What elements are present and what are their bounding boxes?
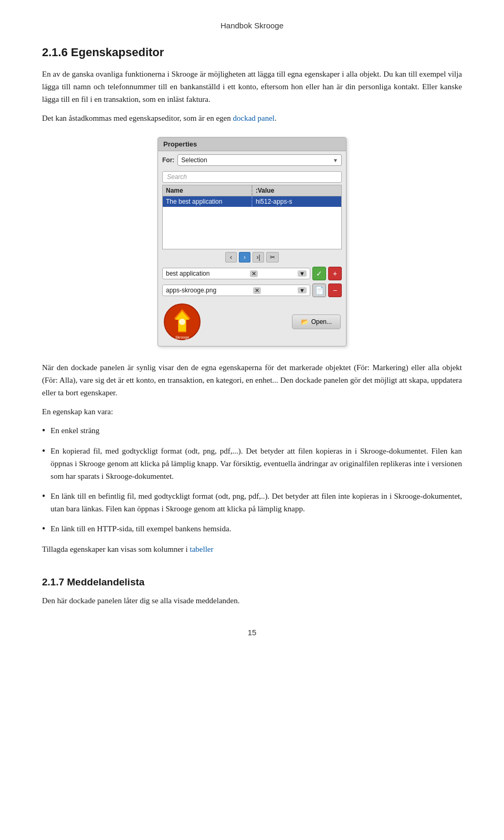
nav-next-btn[interactable]: ›: [239, 252, 250, 262]
section-2-1-6-para3: När den dockade panelen är synlig visar …: [42, 361, 462, 399]
open-button[interactable]: 📂 Open...: [292, 314, 341, 329]
list-item-4: En länk till en HTTP-sida, till exempel …: [42, 522, 462, 536]
panel-table-header: Name :Value: [163, 185, 341, 196]
section-2-1-6-heading: 2.1.6 Egenskapseditor: [42, 46, 462, 59]
section-2-1-7-heading: 2.1.7 Meddelandelista: [42, 576, 462, 588]
entry-dropdown-2: ▼: [298, 287, 307, 293]
panel-table-row[interactable]: The best application hi512-apps-s: [163, 196, 341, 207]
open-icon: 📂: [301, 318, 309, 326]
page-footer: 15: [42, 628, 462, 637]
entry-tag-1: ✕: [250, 270, 258, 277]
svg-text:Skrooge: Skrooge: [175, 335, 189, 340]
section-2-1-7-para1: Den här dockade panelen låter dig se all…: [42, 594, 462, 607]
list-item-2: En kopierad fil, med godtyckligt format …: [42, 445, 462, 482]
properties-panel: Properties For: Selection ▼ Search Name …: [158, 137, 346, 346]
entry-tag-2: ✕: [253, 287, 261, 294]
list-item-3: En länk till en befintlig fil, med godty…: [42, 490, 462, 515]
row-name-cell: The best application: [163, 196, 253, 207]
dockad-panel-link[interactable]: dockad panel: [233, 114, 275, 122]
row-value-cell: hi512-apps-s: [253, 196, 341, 207]
page-header: Handbok Skrooge: [42, 21, 462, 30]
panel-search-row: Search: [158, 169, 346, 185]
panel-search-input[interactable]: Search: [162, 171, 342, 183]
panel-entry-row-2: apps-skrooge.png ✕ ▼ 📄 −: [158, 282, 346, 299]
nav-end-btn[interactable]: ›|: [253, 252, 264, 262]
nav-prev-btn[interactable]: ‹: [225, 252, 237, 262]
nav-scissors-btn[interactable]: ✂: [266, 252, 279, 262]
section-2-1-6-para5: Tillagda egenskaper kan visas som kolumn…: [42, 543, 462, 555]
list-item-1: En enkel sträng: [42, 424, 462, 437]
panel-titlebar: Properties: [158, 138, 346, 151]
section-2-1-6-para1: En av de ganska ovanliga funktionerna i …: [42, 68, 462, 106]
section-2-1-6-para4: En egenskap kan vara:: [42, 405, 462, 418]
panel-for-label: For:: [162, 156, 174, 164]
remove-btn-2[interactable]: −: [328, 284, 342, 297]
entry-field-2[interactable]: apps-skrooge.png ✕ ▼: [162, 285, 310, 296]
section-2-1-6-para2: Det kan åstadkommas med egenskapseditor,…: [42, 112, 462, 124]
col-value-header: :Value: [253, 185, 341, 196]
tabeller-link[interactable]: tabeller: [190, 545, 213, 553]
panel-table-empty: [163, 207, 341, 249]
entry-dropdown-1: ▼: [298, 270, 307, 277]
add-btn-1[interactable]: +: [328, 267, 342, 280]
panel-for-select[interactable]: Selection ▼: [177, 154, 342, 166]
panel-table: Name :Value The best application hi512-a…: [162, 185, 342, 249]
chevron-down-icon: ▼: [333, 158, 338, 163]
col-name-header: Name: [163, 185, 253, 196]
property-type-list: En enkel sträng En kopierad fil, med god…: [42, 424, 462, 536]
entry-field-1[interactable]: best application ✕ ▼: [162, 268, 310, 279]
svg-point-3: [179, 319, 185, 325]
file-btn-2[interactable]: 📄: [312, 284, 326, 297]
panel-nav-row: ‹ › ›| ✂: [158, 249, 346, 265]
panel-entry-row-1: best application ✕ ▼ ✓ +: [158, 265, 346, 282]
confirm-btn-1[interactable]: ✓: [312, 267, 326, 280]
panel-for-row: For: Selection ▼: [158, 151, 346, 169]
skrooge-logo: Skrooge: [163, 303, 201, 341]
panel-logo-row: Skrooge 📂 Open...: [158, 299, 346, 346]
properties-panel-container: Properties For: Selection ▼ Search Name …: [42, 137, 462, 346]
